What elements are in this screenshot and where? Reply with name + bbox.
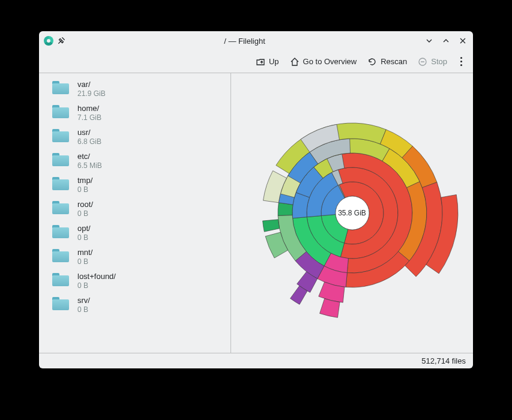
center-total-label: 35.8 GiB bbox=[338, 209, 366, 217]
folder-icon bbox=[52, 153, 69, 166]
window-title: / — Filelight bbox=[65, 37, 424, 46]
folder-size: 6.8 GiB bbox=[77, 137, 101, 146]
chart-area[interactable]: 35.8 GiB bbox=[231, 73, 473, 353]
maximize-button[interactable] bbox=[441, 35, 451, 46]
app-window: / — Filelight Up Go to Overview Rescan bbox=[39, 31, 473, 368]
home-icon bbox=[290, 57, 300, 67]
folder-name: lost+found/ bbox=[77, 272, 116, 281]
folder-size: 0 B bbox=[77, 209, 93, 218]
rescan-label: Rescan bbox=[381, 57, 407, 66]
folder-icon bbox=[52, 129, 69, 142]
up-label: Up bbox=[269, 57, 279, 66]
folder-row[interactable]: tmp/0 B bbox=[39, 173, 230, 197]
folder-name: root/ bbox=[77, 200, 93, 209]
folder-size: 0 B bbox=[77, 281, 116, 290]
app-icon bbox=[44, 36, 53, 46]
overview-label: Go to Overview bbox=[303, 57, 357, 66]
folder-name: srv/ bbox=[77, 296, 90, 305]
folder-name: tmp/ bbox=[77, 176, 92, 185]
folder-name: var/ bbox=[77, 80, 106, 89]
folder-up-icon bbox=[256, 57, 265, 67]
pin-icon[interactable] bbox=[57, 37, 65, 45]
folder-row[interactable]: usr/6.8 GiB bbox=[39, 125, 230, 149]
close-button[interactable] bbox=[457, 35, 468, 46]
folder-row[interactable]: var/21.9 GiB bbox=[39, 77, 230, 101]
minimize-button[interactable] bbox=[424, 35, 435, 46]
folder-row[interactable]: mnt/0 B bbox=[39, 245, 230, 269]
folder-icon bbox=[52, 297, 69, 310]
folder-icon bbox=[52, 225, 69, 238]
menu-button[interactable] bbox=[458, 57, 465, 66]
folder-row[interactable]: opt/0 B bbox=[39, 221, 230, 245]
stop-icon bbox=[418, 57, 427, 67]
folder-name: opt/ bbox=[77, 224, 91, 233]
folder-row[interactable]: home/7.1 GiB bbox=[39, 101, 230, 125]
folder-size: 6.5 MiB bbox=[77, 161, 102, 170]
folder-icon bbox=[52, 177, 69, 190]
overview-button[interactable]: Go to Overview bbox=[290, 57, 357, 67]
file-count: 512,714 files bbox=[421, 356, 466, 365]
folder-name: mnt/ bbox=[77, 248, 92, 257]
up-button[interactable]: Up bbox=[256, 57, 279, 67]
folder-size: 21.9 GiB bbox=[77, 89, 106, 98]
titlebar: / — Filelight bbox=[39, 31, 473, 50]
folder-row[interactable]: lost+found/0 B bbox=[39, 269, 230, 293]
content-area: var/21.9 GiBhome/7.1 GiBusr/6.8 GiBetc/6… bbox=[39, 73, 473, 353]
folder-size: 0 B bbox=[77, 257, 92, 266]
toolbar: Up Go to Overview Rescan Stop bbox=[39, 50, 473, 73]
folder-list[interactable]: var/21.9 GiBhome/7.1 GiBusr/6.8 GiBetc/6… bbox=[39, 73, 231, 353]
stop-label: Stop bbox=[431, 57, 447, 66]
folder-icon bbox=[52, 105, 69, 118]
folder-size: 7.1 GiB bbox=[77, 113, 101, 122]
refresh-icon bbox=[367, 57, 377, 67]
folder-icon bbox=[52, 273, 69, 286]
folder-icon bbox=[52, 81, 69, 94]
folder-size: 0 B bbox=[77, 185, 92, 194]
folder-name: home/ bbox=[77, 104, 101, 113]
folder-row[interactable]: etc/6.5 MiB bbox=[39, 149, 230, 173]
folder-row[interactable]: root/0 B bbox=[39, 197, 230, 221]
folder-icon bbox=[52, 201, 69, 214]
folder-size: 0 B bbox=[77, 305, 90, 314]
folder-size: 0 B bbox=[77, 233, 91, 242]
rescan-button[interactable]: Rescan bbox=[367, 57, 407, 67]
sunburst-chart[interactable]: 35.8 GiB bbox=[244, 105, 460, 321]
folder-row[interactable]: srv/0 B bbox=[39, 293, 230, 317]
folder-name: etc/ bbox=[77, 152, 102, 161]
folder-name: usr/ bbox=[77, 128, 101, 137]
stop-button[interactable]: Stop bbox=[418, 57, 447, 67]
statusbar: 512,714 files bbox=[39, 353, 473, 368]
folder-icon bbox=[52, 249, 69, 262]
